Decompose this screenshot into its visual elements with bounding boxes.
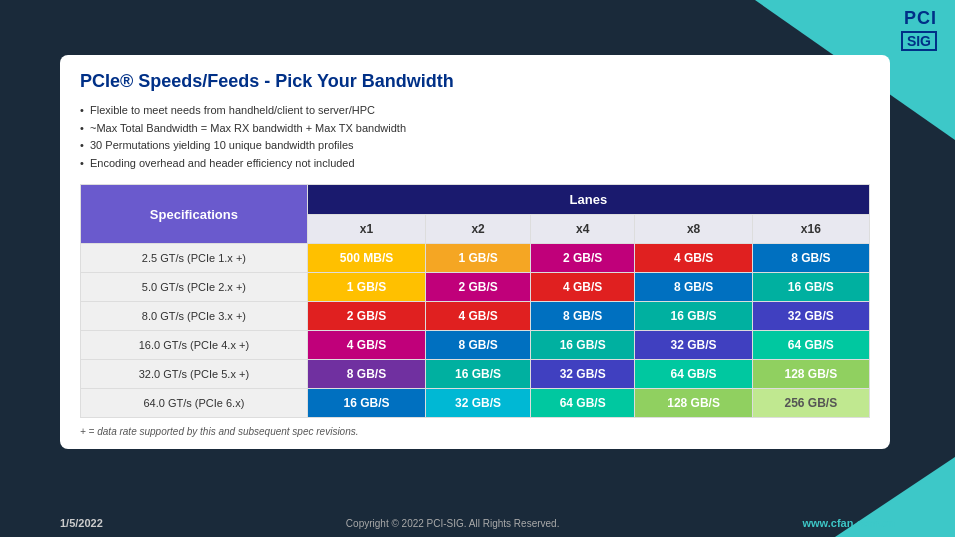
- cell-320-x1: 8 GB/S: [307, 360, 426, 389]
- cell-320-x4: 32 GB/S: [530, 360, 635, 389]
- cell-50-x2: 2 GB/S: [426, 273, 531, 302]
- lane-x1: x1: [307, 215, 426, 244]
- lane-x16: x16: [752, 215, 869, 244]
- bullet-1: Flexible to meet needs from handheld/cli…: [80, 102, 870, 120]
- cell-80-x2: 4 GB/S: [426, 302, 531, 331]
- cell-50-x1: 1 GB/S: [307, 273, 426, 302]
- table-row: 2.5 GT/s (PCIe 1.x +) 500 MB/S 1 GB/S 2 …: [81, 244, 870, 273]
- cell-25-x8: 4 GB/S: [635, 244, 752, 273]
- cell-160-x4: 16 GB/S: [530, 331, 635, 360]
- bullet-list: Flexible to meet needs from handheld/cli…: [80, 102, 870, 172]
- footer-copyright: Copyright © 2022 PCI-SIG. All Rights Res…: [346, 518, 560, 529]
- cell-640-x2: 32 GB/S: [426, 389, 531, 418]
- table-row: 64.0 GT/s (PCIe 6.x) 16 GB/S 32 GB/S 64 …: [81, 389, 870, 418]
- spec-50: 5.0 GT/s (PCIe 2.x +): [81, 273, 308, 302]
- cell-160-x8: 32 GB/S: [635, 331, 752, 360]
- logo-area: PCI SIG: [901, 8, 937, 51]
- spec-640: 64.0 GT/s (PCIe 6.x): [81, 389, 308, 418]
- cell-80-x8: 16 GB/S: [635, 302, 752, 331]
- bandwidth-table: Specifications Lanes x1 x2 x4 x8 x16 2.5…: [80, 184, 870, 418]
- cell-160-x16: 64 GB/S: [752, 331, 869, 360]
- cell-50-x8: 8 GB/S: [635, 273, 752, 302]
- spec-320: 32.0 GT/s (PCIe 5.x +): [81, 360, 308, 389]
- bullet-3: 30 Permutations yielding 10 unique bandw…: [80, 137, 870, 155]
- cell-160-x1: 4 GB/S: [307, 331, 426, 360]
- cell-320-x8: 64 GB/S: [635, 360, 752, 389]
- cell-640-x16: 256 GB/S: [752, 389, 869, 418]
- spec-80: 8.0 GT/s (PCIe 3.x +): [81, 302, 308, 331]
- spec-header: Specifications: [81, 185, 308, 244]
- table-row: 5.0 GT/s (PCIe 2.x +) 1 GB/S 2 GB/S 4 GB…: [81, 273, 870, 302]
- bullet-4: Encoding overhead and header efficiency …: [80, 155, 870, 173]
- footer-url: www.cfan.com.cn: [802, 517, 895, 529]
- cell-50-x4: 4 GB/S: [530, 273, 635, 302]
- cell-25-x1: 500 MB/S: [307, 244, 426, 273]
- cell-640-x8: 128 GB/S: [635, 389, 752, 418]
- cell-80-x4: 8 GB/S: [530, 302, 635, 331]
- cell-160-x2: 8 GB/S: [426, 331, 531, 360]
- cell-25-x16: 8 GB/S: [752, 244, 869, 273]
- lane-x8: x8: [635, 215, 752, 244]
- spec-25: 2.5 GT/s (PCIe 1.x +): [81, 244, 308, 273]
- page-footer: 1/5/2022 Copyright © 2022 PCI-SIG. All R…: [60, 517, 895, 529]
- cell-80-x1: 2 GB/S: [307, 302, 426, 331]
- lane-x2: x2: [426, 215, 531, 244]
- cell-80-x16: 32 GB/S: [752, 302, 869, 331]
- bullet-2: ~Max Total Bandwidth = Max RX bandwidth …: [80, 120, 870, 138]
- cell-25-x2: 1 GB/S: [426, 244, 531, 273]
- table-row: 32.0 GT/s (PCIe 5.x +) 8 GB/S 16 GB/S 32…: [81, 360, 870, 389]
- table-row: 8.0 GT/s (PCIe 3.x +) 2 GB/S 4 GB/S 8 GB…: [81, 302, 870, 331]
- cell-320-x2: 16 GB/S: [426, 360, 531, 389]
- logo-pci: PCI: [904, 8, 937, 29]
- cell-50-x16: 16 GB/S: [752, 273, 869, 302]
- logo-sig: SIG: [901, 31, 937, 51]
- table-footnote: + = data rate supported by this and subs…: [80, 426, 870, 437]
- lanes-header: Lanes: [307, 185, 869, 215]
- table-row: 16.0 GT/s (PCIe 4.x +) 4 GB/S 8 GB/S 16 …: [81, 331, 870, 360]
- cell-640-x1: 16 GB/S: [307, 389, 426, 418]
- cell-640-x4: 64 GB/S: [530, 389, 635, 418]
- main-card: PCIe® Speeds/Feeds - Pick Your Bandwidth…: [60, 55, 890, 449]
- footer-date: 1/5/2022: [60, 517, 103, 529]
- lane-x4: x4: [530, 215, 635, 244]
- cell-25-x4: 2 GB/S: [530, 244, 635, 273]
- spec-160: 16.0 GT/s (PCIe 4.x +): [81, 331, 308, 360]
- cell-320-x16: 128 GB/S: [752, 360, 869, 389]
- card-title: PCIe® Speeds/Feeds - Pick Your Bandwidth: [80, 71, 870, 92]
